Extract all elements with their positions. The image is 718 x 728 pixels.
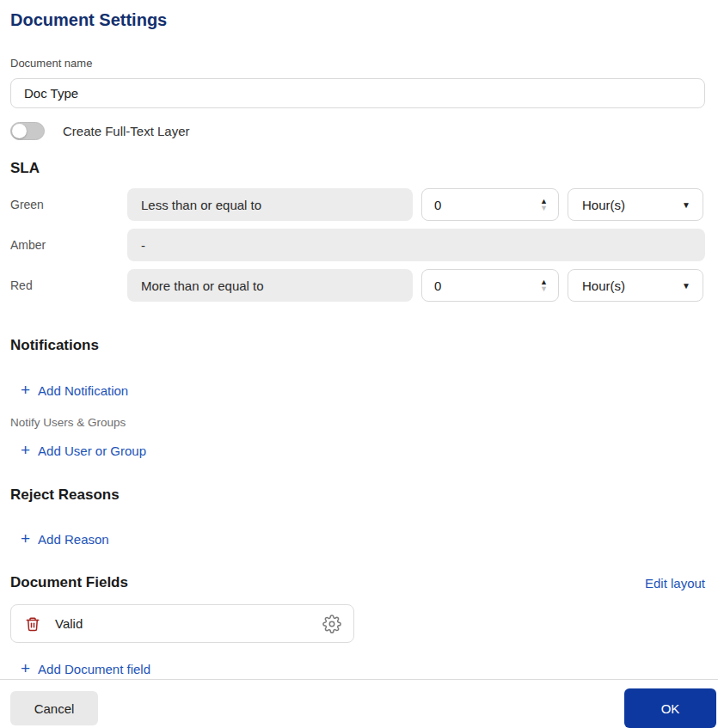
sla-red-value: 0 (434, 278, 540, 293)
sla-green-value-input[interactable]: 0 ▲ ▼ (421, 188, 559, 221)
sla-red-label: Red (10, 278, 127, 292)
document-name-input[interactable] (10, 78, 705, 108)
full-text-toggle-label: Create Full-Text Layer (63, 124, 190, 138)
sla-amber-condition-display: - (127, 229, 705, 261)
sla-row-red: Red More than or equal to 0 ▲ ▼ Hour(s) … (10, 269, 705, 302)
reject-reasons-heading: Reject Reasons (10, 486, 705, 505)
chevron-down-icon: ▼ (682, 200, 690, 210)
sla-red-condition-value: More than or equal to (141, 278, 264, 293)
chevron-down-icon: ▼ (682, 281, 690, 291)
sla-amber-condition-value: - (141, 238, 145, 253)
add-reason-button[interactable]: + Add Reason (21, 531, 109, 547)
add-document-field-label: Add Document field (38, 662, 150, 676)
full-text-toggle-row: Create Full-Text Layer (10, 121, 705, 140)
full-text-toggle[interactable] (10, 122, 45, 140)
document-fields-header: Document Fields Edit layout (10, 573, 705, 592)
add-notification-label: Add Notification (38, 383, 128, 398)
trash-icon[interactable] (25, 615, 40, 633)
notifications-heading: Notifications (10, 336, 705, 355)
notify-users-groups-label: Notify Users & Groups (10, 416, 705, 429)
toggle-knob-icon (12, 124, 27, 138)
sla-green-unit-value: Hour(s) (582, 198, 682, 212)
spinner-down-icon[interactable]: ▼ (540, 285, 548, 292)
add-reason-label: Add Reason (38, 532, 109, 547)
plus-icon: + (21, 531, 30, 547)
add-user-or-group-button[interactable]: + Add User or Group (21, 443, 146, 458)
sla-red-value-input[interactable]: 0 ▲ ▼ (421, 269, 559, 302)
sla-green-label: Green (10, 198, 127, 211)
document-name-label: Document name (10, 57, 705, 70)
sla-row-green: Green Less than or equal to 0 ▲ ▼ Hour(s… (10, 188, 705, 221)
add-document-field-button[interactable]: + Add Document field (21, 661, 150, 676)
sla-amber-label: Amber (10, 238, 127, 252)
sla-green-value: 0 (434, 198, 540, 212)
gear-icon[interactable] (322, 615, 341, 633)
document-field-name: Valid (55, 616, 322, 631)
document-settings-panel: Document Settings Document name Create F… (0, 9, 718, 676)
sla-green-condition-select: Less than or equal to (127, 188, 413, 221)
page-title: Document Settings (10, 9, 705, 31)
cancel-button[interactable]: Cancel (10, 691, 98, 725)
sla-red-unit-select[interactable]: Hour(s) ▼ (568, 269, 703, 302)
add-notification-button[interactable]: + Add Notification (21, 382, 128, 398)
add-user-or-group-label: Add User or Group (38, 444, 146, 458)
plus-icon: + (21, 661, 30, 676)
dialog-footer: Cancel OK (0, 679, 718, 728)
document-field-row: Valid (10, 604, 354, 643)
sla-red-condition-select: More than or equal to (127, 269, 413, 302)
plus-icon: + (21, 443, 30, 458)
sla-red-unit-value: Hour(s) (582, 278, 682, 293)
ok-button[interactable]: OK (624, 688, 716, 728)
sla-green-unit-select[interactable]: Hour(s) ▼ (568, 188, 703, 221)
sla-heading: SLA (10, 159, 705, 178)
sla-green-condition-value: Less than or equal to (141, 198, 261, 212)
spinner-down-icon[interactable]: ▼ (540, 205, 548, 211)
edit-layout-link[interactable]: Edit layout (645, 576, 705, 590)
document-fields-heading: Document Fields (10, 573, 128, 592)
sla-row-amber: Amber - (10, 229, 705, 261)
plus-icon: + (21, 382, 30, 398)
sla-red-spinners: ▲ ▼ (540, 278, 548, 292)
sla-green-spinners: ▲ ▼ (540, 198, 548, 211)
